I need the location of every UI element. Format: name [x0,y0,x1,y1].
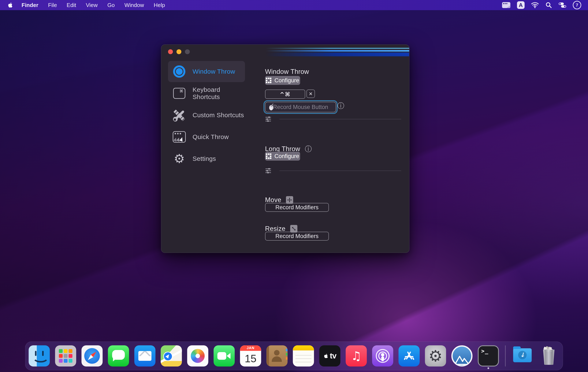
menu-bar-left: Finder File Edit View Go Window Help [0,2,165,9]
dock-mail-icon[interactable] [134,345,156,366]
menu-help[interactable]: Help [154,2,165,9]
mountains-icon [454,354,470,365]
mosaic-preferences-window: Window Throw ⌘ Keyboard Shortcuts Custom… [161,44,410,253]
configure-long-throw-button[interactable]: Configure [265,152,300,161]
mosaic-menubar-icon[interactable] [502,2,511,9]
apple-menu-icon[interactable] [7,2,13,8]
section-title-resize: Resize [265,225,297,232]
record-mouse-button-field[interactable]: Record Mouse Button [265,102,336,112]
desktop: { "menu_bar": { "app_name": "Finder", "i… [0,0,588,372]
dock-contacts-icon[interactable] [266,345,288,366]
configure-window-throw-button[interactable]: Configure [265,76,300,85]
dock-launchpad-icon[interactable] [55,345,76,366]
menu-bar: Finder File Edit View Go Window Help A ! [0,0,588,10]
divider-line [279,119,401,119]
download-arrow-icon: ↓ [520,352,525,358]
record-modifiers-move-button[interactable]: Record Modifiers [265,203,329,212]
sidebar-item-quick-throw[interactable]: Quick Throw [168,126,245,147]
dock-finder-icon[interactable] [29,345,50,366]
section-title-window-throw: Window Throw [265,68,309,76]
gear-icon: ⚙ [428,348,442,364]
sidebar-item-label: Custom Shortcuts [193,111,244,119]
dock-notes-icon[interactable] [293,345,314,366]
dock-facetime-icon[interactable] [214,345,235,366]
command-key-icon: ⌘ [172,86,186,100]
record-mouse-placeholder: Record Mouse Button [273,104,328,110]
calendar-day: 15 [240,351,261,366]
menu-file[interactable]: File [48,2,57,9]
sidebar-item-settings[interactable]: ⚙ Settings [168,148,245,169]
sidebar-item-keyboard-shortcuts[interactable]: ⌘ Keyboard Shortcuts [168,83,245,104]
dock-downloads-icon[interactable]: ↓ [512,345,533,366]
sidebar-item-label: Settings [193,155,216,162]
section-title-move: Move [265,196,293,204]
dock-divider [505,345,506,366]
cursors-panel-icon [172,130,186,144]
sidebar-item-custom-shortcuts[interactable]: Custom Shortcuts [168,105,245,126]
move-arrows-icon [286,196,293,204]
dock-music-icon[interactable]: ♫ [346,345,367,366]
advanced-options-icon[interactable] [265,116,271,122]
divider-line [279,171,401,171]
music-note-icon: ♫ [351,350,361,362]
dock-safari-icon[interactable] [82,345,103,366]
menu-bar-status-area: A ! 7 [502,1,588,9]
sidebar-item-window-throw[interactable]: Window Throw [168,61,245,82]
terminal-prompt: >_ [481,348,489,354]
sidebar-item-label: Quick Throw [193,133,229,141]
dock-system-preferences-icon[interactable]: ⚙ [425,345,446,366]
wrench-ruler-icon [172,108,186,122]
menu-window[interactable]: Window [125,2,144,9]
gear-icon: ⚙ [172,152,186,166]
dock-mosaic-icon[interactable] [452,345,472,366]
advanced-row-window-throw [265,116,403,122]
dock-trash-icon[interactable] [538,345,559,366]
control-center-icon[interactable] [558,2,567,8]
keyboard-shortcut-field[interactable]: ^⌘ [265,89,305,99]
dock-terminal-icon[interactable]: >_ [478,345,499,366]
dock-messages-icon[interactable] [108,345,129,366]
mouse-icon [268,103,275,111]
advanced-options-icon[interactable] [265,167,271,174]
running-indicator [488,367,489,369]
clear-shortcut-button[interactable]: × [306,89,315,98]
menu-app-name[interactable]: Finder [21,2,38,9]
sidebar-item-label: Keyboard Shortcuts [193,86,245,100]
spotlight-icon[interactable] [545,2,552,9]
settings-content: Window Throw Configure ^⌘ × Record Mouse… [265,45,403,253]
dock-tv-icon[interactable]: tv [319,345,340,366]
calendar-month: JAN [240,345,261,351]
circled-7-icon[interactable]: 7 [573,1,581,9]
advanced-row-long-throw [265,167,403,174]
menu-edit[interactable]: Edit [67,2,76,9]
sidebar: Window Throw ⌘ Keyboard Shortcuts Custom… [168,61,245,170]
close-x-icon: × [309,91,313,97]
tv-label: tv [330,351,336,360]
resize-diagonal-icon [290,225,297,232]
grid-icon [266,153,271,159]
info-icon-long-throw[interactable]: ⓘ [305,145,312,152]
dock-podcasts-icon[interactable] [372,345,393,366]
minimize-button[interactable] [177,49,181,54]
dock-maps-icon[interactable] [161,345,182,366]
dock-calendar-icon[interactable]: JAN 15 [240,345,261,366]
wifi-alert-icon[interactable]: ! [531,2,539,9]
dock-app-store-icon[interactable] [399,345,420,366]
dock: JAN 15 tv ♫ ⚙ [25,341,563,370]
grid-icon [266,78,271,83]
zoom-button[interactable] [185,49,190,54]
record-circle-icon [172,65,186,78]
dock-photos-icon[interactable] [187,345,208,366]
record-modifiers-resize-button[interactable]: Record Modifiers [265,232,329,241]
sidebar-item-label: Window Throw [193,68,235,75]
input-source-icon[interactable]: A [517,1,525,9]
shortcut-value: ^⌘ [280,91,291,98]
close-button[interactable] [168,49,173,54]
apple-logo-icon [323,353,329,359]
info-icon-window-throw[interactable]: ⓘ [337,102,344,109]
menu-go[interactable]: Go [107,2,115,9]
menu-view[interactable]: View [86,2,98,9]
